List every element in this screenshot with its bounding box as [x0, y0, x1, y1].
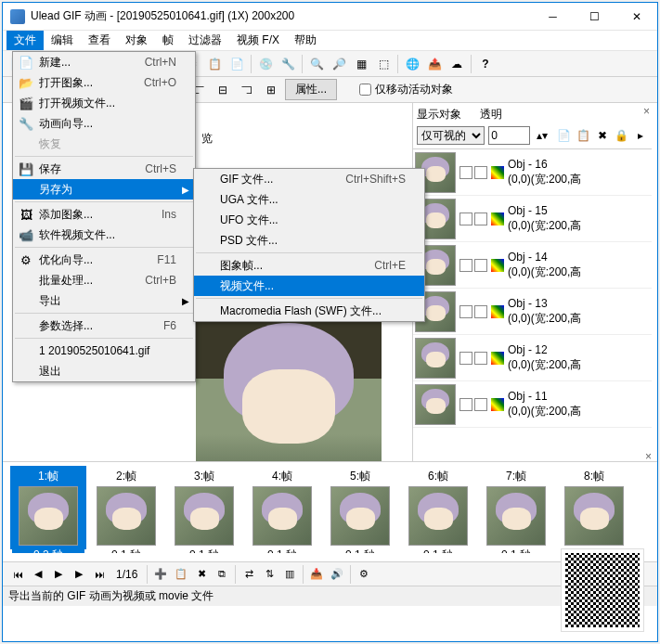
color-swatch-icon[interactable]	[491, 259, 504, 272]
more-icon[interactable]: ▸	[633, 127, 648, 144]
lock-icon[interactable]: 🔒	[614, 127, 628, 144]
lock-check-icon[interactable]	[474, 259, 487, 272]
timeline-close-icon[interactable]: ×	[645, 450, 652, 463]
menu-item[interactable]: 退出	[13, 361, 195, 381]
play-icon[interactable]: ▶	[49, 565, 68, 584]
new-obj-icon[interactable]: 📄	[557, 127, 572, 144]
align-v-icon[interactable]: ⊞	[261, 80, 281, 100]
crop-icon[interactable]: ⬚	[373, 54, 394, 74]
menu-view[interactable]: 查看	[81, 31, 118, 50]
timeline-frame[interactable]: 2:帧 0.1 秒	[88, 466, 164, 549]
visibility-select[interactable]: 仅可视的	[417, 126, 485, 145]
last-frame-icon[interactable]: ⏭	[90, 565, 109, 584]
object-list[interactable]: Obj - 16(0,0)(宽:200,高 Obj - 15(0,0)(宽:20…	[413, 149, 652, 437]
menu-item[interactable]: 另存为 ▶	[13, 179, 195, 200]
submenu-item[interactable]: UGA 文件...	[194, 189, 424, 210]
align-right-icon[interactable]: ⫎	[237, 80, 257, 100]
lock-check-icon[interactable]	[474, 305, 487, 318]
submenu-item[interactable]: PSD 文件...	[194, 230, 424, 251]
web-icon[interactable]: 🌐	[402, 54, 422, 74]
disk-icon[interactable]: 💿	[255, 54, 276, 74]
merge-icon[interactable]: ⧉	[213, 565, 231, 584]
submenu-item[interactable]: GIF 文件... Ctrl+Shift+S	[194, 169, 424, 189]
dup-obj-icon[interactable]: 📋	[576, 127, 590, 144]
add-frame-icon[interactable]: ➕	[151, 565, 170, 584]
color-swatch-icon[interactable]	[491, 213, 504, 225]
import-icon[interactable]: 📥	[307, 565, 326, 584]
transparency-input[interactable]	[488, 126, 530, 145]
settings-icon[interactable]: ⚙	[355, 565, 373, 584]
align-center-icon[interactable]: ⊟	[213, 80, 233, 100]
minimize-button[interactable]: ─	[532, 3, 574, 31]
visibility-check-icon[interactable]	[459, 259, 472, 272]
prev-frame-icon[interactable]: ◀	[29, 565, 47, 584]
timeline-frame[interactable]: 3:帧 0.1 秒	[166, 466, 242, 549]
menu-object[interactable]: 对象	[118, 31, 155, 50]
submenu-item[interactable]: UFO 文件...	[194, 210, 424, 230]
zoom-out-icon[interactable]: 🔎	[329, 54, 349, 74]
object-list-item[interactable]: Obj - 13(0,0)(宽:200,高	[413, 289, 652, 335]
timeline-frame[interactable]: 6:帧 0.1 秒	[400, 466, 476, 549]
color-swatch-icon[interactable]	[491, 352, 504, 365]
menu-item[interactable]: 📄 新建... Ctrl+N	[13, 52, 195, 72]
object-list-item[interactable]: Obj - 16(0,0)(宽:200,高	[413, 149, 652, 196]
lock-check-icon[interactable]	[474, 352, 487, 365]
next-frame-icon[interactable]: ▶	[70, 565, 88, 584]
help-icon[interactable]: ?	[475, 54, 496, 74]
sound-icon[interactable]: 🔊	[328, 565, 346, 584]
menu-frame[interactable]: 帧	[155, 31, 181, 50]
lock-check-icon[interactable]	[474, 398, 487, 411]
del-obj-icon[interactable]: ✖	[595, 127, 610, 144]
timeline-frame[interactable]: 1:帧 0.2 秒	[10, 466, 86, 549]
grid-icon[interactable]: ▦	[351, 54, 371, 74]
maximize-button[interactable]: ☐	[574, 3, 615, 31]
visibility-check-icon[interactable]	[459, 398, 472, 411]
properties-button[interactable]: 属性...	[285, 79, 337, 100]
menu-videofx[interactable]: 视频 F/X	[229, 31, 287, 50]
timeline-frame[interactable]: 5:帧 0.1 秒	[322, 466, 398, 549]
visibility-check-icon[interactable]	[459, 166, 472, 179]
timeline-frame[interactable]: 8:帧	[556, 466, 632, 549]
menu-filter[interactable]: 过滤器	[181, 31, 229, 50]
move-active-only-checkbox[interactable]: 仅移动活动对象	[359, 82, 453, 97]
menu-edit[interactable]: 编辑	[44, 31, 81, 50]
lock-check-icon[interactable]	[474, 213, 487, 225]
zoom-in-icon[interactable]: 🔍	[306, 54, 327, 74]
checkbox-input[interactable]	[359, 84, 371, 96]
menu-item[interactable]: ⚙ 优化向导... F11	[13, 250, 195, 270]
color-swatch-icon[interactable]	[491, 166, 504, 179]
menu-item[interactable]: 🔧 动画向导...	[13, 113, 195, 134]
menu-item[interactable]: 📂 打开图象... Ctrl+O	[13, 72, 195, 93]
export-icon[interactable]: 📤	[424, 54, 445, 74]
flip-h-icon[interactable]: ⇄	[239, 565, 258, 584]
visibility-check-icon[interactable]	[459, 213, 472, 225]
menu-help[interactable]: 帮助	[287, 31, 324, 50]
object-list-item[interactable]: Obj - 11(0,0)(宽:200,高	[413, 381, 652, 428]
menu-item[interactable]: 🖼 添加图象... Ins	[13, 204, 195, 225]
menu-file[interactable]: 文件	[6, 31, 44, 50]
menu-item[interactable]: 1 20190525010641.gif	[13, 341, 195, 361]
submenu-item[interactable]: 图象帧... Ctrl+E	[194, 255, 424, 276]
net-icon[interactable]: ☁	[446, 54, 467, 74]
menu-item[interactable]: 参数选择... F6	[13, 316, 195, 336]
color-swatch-icon[interactable]	[491, 398, 504, 411]
menu-item[interactable]: 🎬 打开视频文件...	[13, 93, 195, 113]
menu-item[interactable]: 批量处理... Ctrl+B	[13, 270, 195, 290]
submenu-item[interactable]: Macromedia Flash (SWF) 文件...	[194, 301, 424, 321]
object-list-item[interactable]: Obj - 12(0,0)(宽:200,高	[413, 335, 652, 381]
visibility-check-icon[interactable]	[459, 305, 472, 318]
color-swatch-icon[interactable]	[491, 305, 504, 318]
object-list-item[interactable]: Obj - 14(0,0)(宽:200,高	[413, 242, 652, 289]
paste-icon[interactable]: 📄	[226, 54, 247, 74]
menu-item[interactable]: 💾 保存 Ctrl+S	[13, 159, 195, 179]
flip-v-icon[interactable]: ⇅	[260, 565, 278, 584]
visibility-check-icon[interactable]	[459, 352, 472, 365]
menu-item[interactable]: 导出 ▶	[13, 290, 195, 311]
timeline-frame[interactable]: 4:帧 0.1 秒	[244, 466, 320, 549]
submenu-item[interactable]: 视频文件...	[194, 276, 424, 296]
dup-frame-icon[interactable]: 📋	[172, 565, 190, 584]
spinner-icon[interactable]: ▴▾	[534, 127, 549, 144]
copy-icon[interactable]: 📋	[204, 54, 225, 74]
layer-icon[interactable]: ▥	[280, 565, 299, 584]
object-list-item[interactable]: Obj - 15(0,0)(宽:200,高	[413, 196, 652, 242]
